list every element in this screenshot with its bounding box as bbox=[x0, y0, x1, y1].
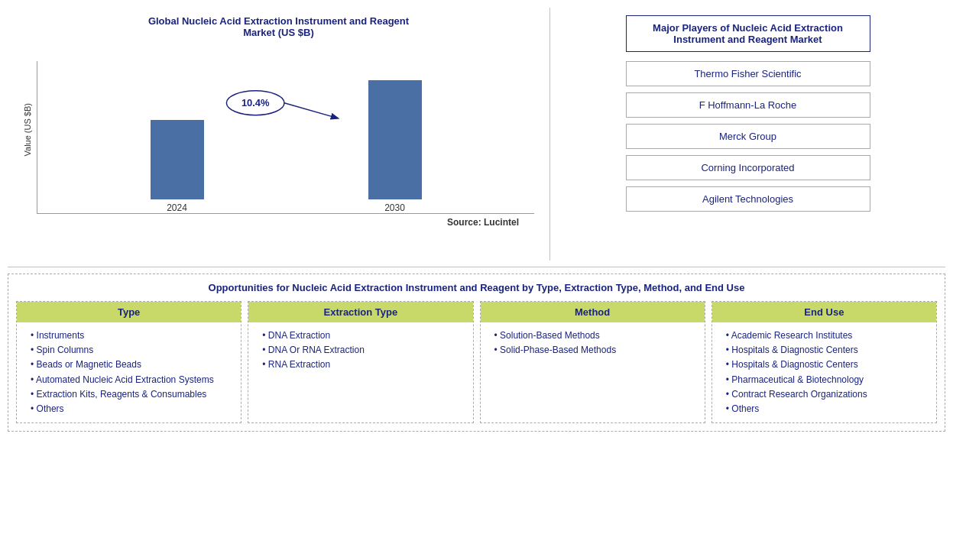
player-item-4: Agilent Technologies bbox=[626, 186, 870, 212]
main-container: Global Nucleic Acid Extraction Instrumen… bbox=[0, 0, 953, 560]
category-body-extraction: DNA Extraction DNA Or RNA Extraction RNA… bbox=[248, 322, 472, 422]
bar-label-2030: 2030 bbox=[384, 202, 405, 213]
enduse-item-4: Contract Research Organizations bbox=[720, 387, 929, 402]
enduse-item-3: Pharmaceutical & Biotechnology bbox=[720, 373, 929, 387]
category-col-method: Method Solution-Based Methods Solid-Phas… bbox=[480, 301, 705, 423]
extraction-item-0: DNA Extraction bbox=[256, 329, 465, 343]
source-text: Source: Lucintel bbox=[447, 217, 519, 228]
opportunities-title: Opportunities for Nucleic Acid Extractio… bbox=[16, 282, 937, 293]
svg-text:10.4%: 10.4% bbox=[241, 97, 270, 108]
chart-wrapper: Value (US $B) 10.4% bbox=[23, 46, 534, 214]
player-item-0: Thermo Fisher Scientific bbox=[626, 61, 870, 86]
category-header-type: Type bbox=[17, 302, 241, 322]
major-players-area: Major Players of Nucleic Acid Extraction… bbox=[550, 8, 945, 261]
player-item-2: Merck Group bbox=[626, 124, 870, 149]
type-item-0: Instruments bbox=[24, 329, 233, 343]
bar-group-2030: 2030 bbox=[368, 80, 422, 213]
method-item-0: Solution-Based Methods bbox=[488, 329, 697, 343]
type-item-1: Spin Columns bbox=[24, 343, 233, 358]
chart-area: Global Nucleic Acid Extraction Instrumen… bbox=[8, 8, 550, 261]
svg-point-0 bbox=[226, 91, 284, 115]
annotation-svg: 10.4% bbox=[37, 61, 534, 213]
enduse-item-5: Others bbox=[720, 402, 929, 416]
categories-row: Type Instruments Spin Columns Beads or M… bbox=[16, 301, 937, 423]
bar-2030 bbox=[368, 80, 422, 199]
enduse-item-1: Hospitals & Diagnostic Centers bbox=[720, 343, 929, 358]
category-col-enduse: End Use Academic Research Institutes Hos… bbox=[712, 301, 937, 423]
category-header-extraction: Extraction Type bbox=[248, 302, 472, 322]
bar-2024 bbox=[151, 120, 204, 199]
top-section: Global Nucleic Acid Extraction Instrumen… bbox=[8, 8, 945, 267]
svg-line-2 bbox=[284, 103, 338, 118]
category-header-enduse: End Use bbox=[712, 302, 936, 322]
enduse-item-2: Hospitals & Diagnostic Centers bbox=[720, 358, 929, 372]
chart-title: Global Nucleic Acid Extraction Instrumen… bbox=[148, 15, 409, 38]
player-item-3: Corning Incorporated bbox=[626, 155, 870, 180]
players-title-box: Major Players of Nucleic Acid Extraction… bbox=[626, 15, 870, 52]
type-item-5: Others bbox=[24, 402, 233, 416]
category-col-extraction: Extraction Type DNA Extraction DNA Or RN… bbox=[248, 301, 473, 423]
extraction-item-2: RNA Extraction bbox=[256, 358, 465, 372]
category-header-method: Method bbox=[481, 302, 705, 322]
type-item-3: Automated Nucleic Acid Extraction System… bbox=[24, 373, 233, 387]
bottom-section: Opportunities for Nucleic Acid Extractio… bbox=[8, 274, 945, 432]
enduse-item-0: Academic Research Institutes bbox=[720, 329, 929, 343]
bar-label-2024: 2024 bbox=[167, 202, 187, 213]
bar-group-2024: 2024 bbox=[151, 120, 204, 213]
player-item-1: F Hoffmann-La Roche bbox=[626, 92, 870, 118]
extraction-item-1: DNA Or RNA Extraction bbox=[256, 343, 465, 358]
category-col-type: Type Instruments Spin Columns Beads or M… bbox=[16, 301, 241, 423]
category-body-enduse: Academic Research Institutes Hospitals &… bbox=[712, 322, 936, 422]
bars-container: 10.4% 2024 bbox=[37, 61, 534, 214]
chart-content: Value (US $B) 10.4% bbox=[23, 46, 534, 253]
method-item-1: Solid-Phase-Based Methods bbox=[488, 343, 697, 358]
category-body-type: Instruments Spin Columns Beads or Magnet… bbox=[17, 322, 241, 422]
type-item-2: Beads or Magnetic Beads bbox=[24, 358, 233, 372]
type-item-4: Extraction Kits, Reagents & Consumables bbox=[24, 387, 233, 402]
y-axis-label: Value (US $B) bbox=[23, 103, 32, 157]
category-body-method: Solution-Based Methods Solid-Phase-Based… bbox=[481, 322, 705, 422]
